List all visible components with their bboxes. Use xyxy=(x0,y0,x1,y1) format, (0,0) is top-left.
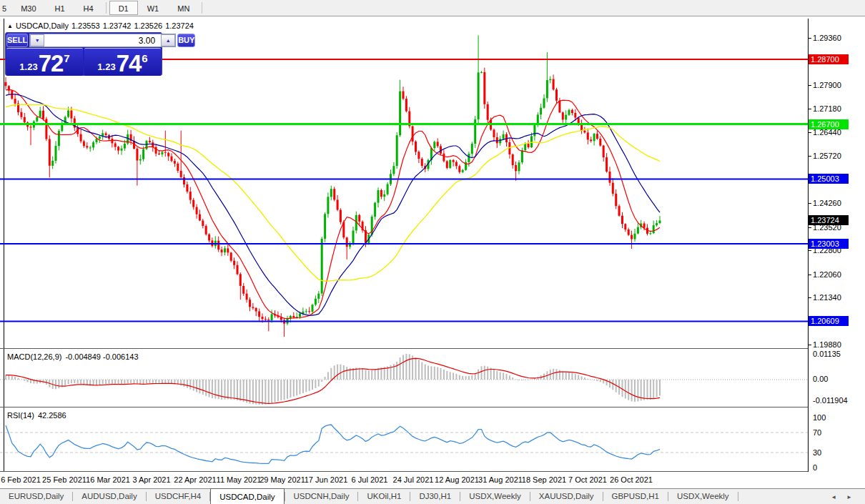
buy-price-prefix: 1.23 xyxy=(97,61,115,72)
rsi-axis-100: 100 xyxy=(813,413,826,422)
lot-increase-button[interactable]: ▲ xyxy=(161,34,175,46)
date-label: 7 Oct 2021 xyxy=(568,475,607,484)
mt4-window: 5M30H1H4D1W1MN ▲USDCAD,Daily1.235531.237… xyxy=(0,0,865,504)
symbol-tab-usdchf-h4[interactable]: USDCHF,H4 xyxy=(147,489,210,504)
timeframe-button-w1[interactable]: W1 xyxy=(138,1,169,15)
price-axis[interactable]: 1.293601.279001.271801.264401.257201.242… xyxy=(809,16,865,472)
rsi-line xyxy=(6,425,660,463)
sell-button[interactable]: SELL xyxy=(6,34,28,47)
macd-axis-min: -0.011904 xyxy=(813,396,848,405)
hline-price-badge: 1.25003 xyxy=(809,174,849,184)
timeframe-toolbar: 5M30H1H4D1W1MN xyxy=(0,0,865,16)
symbol-tab-usdx-weekly[interactable]: USDX,Weekly xyxy=(668,489,738,504)
timeframe-button-d1[interactable]: D1 xyxy=(109,1,138,15)
timeframe-button-h4[interactable]: H4 xyxy=(74,1,103,15)
lot-decrease-button[interactable]: ▼ xyxy=(30,34,44,46)
price-tick-label: 1.19880 xyxy=(813,340,841,349)
price-tick-label: 1.29360 xyxy=(813,34,841,42)
price-tick-mark xyxy=(809,203,811,204)
date-label: 26 Oct 2021 xyxy=(610,475,653,484)
date-label: 22 Apr 2021 xyxy=(174,475,216,484)
trade-panel: SELL ▼ ▲ BUY 1.23 72 7 1.23 74 6 xyxy=(5,32,162,76)
timeframe-button-mn[interactable]: MN xyxy=(168,1,199,15)
buy-price-sup: 6 xyxy=(142,52,147,64)
symbol-tab-usdx-weekly[interactable]: USDX,Weekly xyxy=(460,489,530,504)
timeframe-button-m30[interactable]: M30 xyxy=(11,1,45,15)
price-tick-label: 1.27900 xyxy=(813,81,841,89)
symbol-tab-bar: EURUSD,DailyAUDUSD,DailyUSDCHF,H4USDCAD,… xyxy=(0,488,865,504)
tab-scroll-left-icon[interactable]: ◄ xyxy=(831,494,836,500)
price-tick-label: 1.22060 xyxy=(813,270,841,279)
date-label: 18 Sep 2021 xyxy=(522,475,566,484)
date-label: 24 Jul 2021 xyxy=(393,475,434,484)
ohlc-open: 1.23553 xyxy=(71,21,100,30)
tab-scroller: ◄► xyxy=(831,489,852,504)
ohlc-high: 1.23742 xyxy=(103,21,132,30)
date-label: 3 Apr 2021 xyxy=(132,475,170,484)
price-tick-mark xyxy=(809,297,811,298)
symbol-tab-dj30-h1[interactable]: DJ30,H1 xyxy=(410,489,460,504)
macd-title: MACD(12,26,9) xyxy=(7,352,61,361)
ohlc-close: 1.23724 xyxy=(165,21,194,30)
ohlc-header: ▲USDCAD,Daily1.235531.237421.235261.2372… xyxy=(7,21,197,30)
price-tick-mark xyxy=(809,109,811,109)
timeframe-button-h1[interactable]: H1 xyxy=(46,1,74,15)
macd-values: -0.004849 -0.006143 xyxy=(65,352,138,361)
price-tick-mark xyxy=(809,85,811,86)
current-price-badge: 1.23724 xyxy=(809,215,849,225)
date-label: 25 Feb 2021 xyxy=(42,475,86,484)
buy-price[interactable]: 1.23 74 6 xyxy=(84,48,161,76)
lot-input[interactable] xyxy=(44,34,161,46)
rsi-axis-70: 70 xyxy=(813,428,821,437)
symbol-tab-gbpusd-h1[interactable]: GBPUSD,H1 xyxy=(603,489,668,504)
symbol-tab-usdcad-daily[interactable]: USDCAD,Daily xyxy=(210,488,284,504)
date-label: 12 Aug 2021 xyxy=(435,475,479,484)
tab-scroll-right-icon[interactable]: ► xyxy=(846,494,852,500)
date-axis[interactable]: 6 Feb 202125 Feb 202116 Mar 20213 Apr 20… xyxy=(0,472,865,488)
sell-price-sup: 7 xyxy=(64,52,69,64)
price-tick-label: 1.24260 xyxy=(813,199,841,207)
hline-price-badge: 1.23003 xyxy=(809,239,849,249)
symbol-tab-usdcnh-daily[interactable]: USDCNH,Daily xyxy=(285,489,358,504)
tab-separator xyxy=(738,492,738,501)
panel-separator[interactable] xyxy=(0,348,865,349)
sell-price[interactable]: 1.23 72 7 xyxy=(6,48,83,76)
ma-line-20 xyxy=(6,94,660,315)
rsi-axis-30: 30 xyxy=(813,448,821,457)
panel-separator[interactable] xyxy=(0,407,865,407)
price-tick-label: 1.27180 xyxy=(813,104,841,113)
macd-label: MACD(12,26,9)-0.004849 -0.006143 xyxy=(7,352,142,361)
sell-price-big: 72 xyxy=(39,53,64,74)
macd-axis-max: 0.01135 xyxy=(813,350,841,358)
rsi-axis-0: 0 xyxy=(813,463,817,472)
toolbar-separator xyxy=(106,2,107,14)
price-tick-mark xyxy=(809,275,811,275)
price-tick-mark xyxy=(809,227,811,228)
candles xyxy=(5,36,661,337)
macd-axis-zero: 0.00 xyxy=(813,375,828,383)
macd-signal-line xyxy=(6,358,660,403)
price-tick-mark xyxy=(809,345,811,345)
expand-icon[interactable]: ▲ xyxy=(7,23,13,29)
date-label: 29 May 2021 xyxy=(260,475,305,484)
symbol-tab-eurusd-daily[interactable]: EURUSD,Daily xyxy=(0,489,72,504)
buy-button[interactable]: BUY xyxy=(177,34,195,47)
rsi-chart[interactable] xyxy=(0,408,808,471)
ohlc-low: 1.23526 xyxy=(134,21,162,30)
date-label: 31 Aug 2021 xyxy=(478,475,523,484)
price-tick-label: 1.25720 xyxy=(813,152,841,160)
symbol-tab-ukoil-h1[interactable]: UKOil,H1 xyxy=(358,489,410,504)
symbol-tab-xauusd-daily[interactable]: XAUUSD,Daily xyxy=(530,489,603,504)
symbol-label: USDCAD,Daily xyxy=(16,21,69,30)
lot-box: ▼ ▲ xyxy=(29,34,176,47)
rsi-label: RSI(14)42.2586 xyxy=(7,411,70,420)
chart-window: ▲USDCAD,Daily1.235531.237421.235261.2372… xyxy=(0,16,865,488)
price-tick-mark xyxy=(809,38,811,39)
buy-price-big: 74 xyxy=(117,53,142,74)
hline-price-badge: 1.28700 xyxy=(809,54,849,64)
price-tick-mark xyxy=(809,132,811,133)
date-label: 16 Mar 2021 xyxy=(86,475,130,484)
timeframe-button-5[interactable]: 5 xyxy=(0,1,11,15)
date-label: 11 May 2021 xyxy=(217,475,262,484)
symbol-tab-audusd-daily[interactable]: AUDUSD,Daily xyxy=(73,489,145,504)
